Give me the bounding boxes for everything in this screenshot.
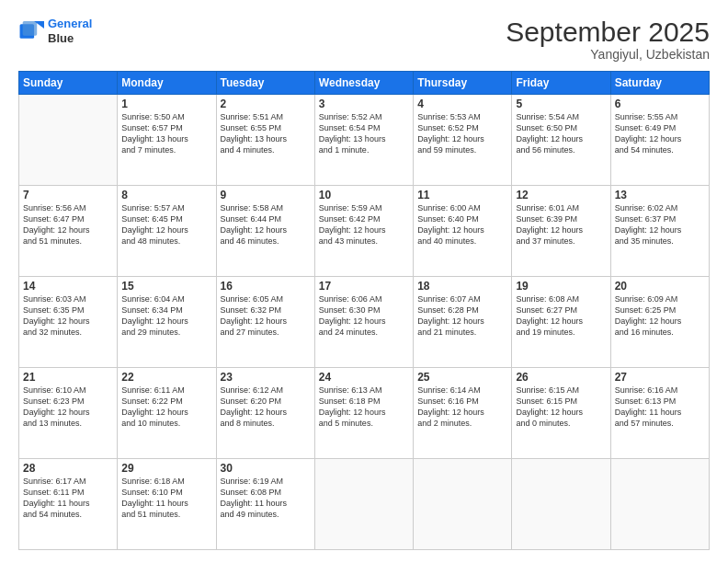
day-number: 4: [417, 98, 507, 110]
calendar-cell: 26Sunrise: 6:15 AM Sunset: 6:15 PM Dayli…: [512, 368, 610, 459]
calendar-cell: 12Sunrise: 6:01 AM Sunset: 6:39 PM Dayli…: [512, 186, 610, 277]
header-wednesday: Wednesday: [314, 72, 413, 95]
day-info: Sunrise: 6:08 AM Sunset: 6:27 PM Dayligh…: [516, 293, 606, 339]
calendar-cell: 29Sunrise: 6:18 AM Sunset: 6:10 PM Dayli…: [118, 459, 216, 550]
day-number: 27: [615, 371, 705, 384]
day-info: Sunrise: 5:58 AM Sunset: 6:44 PM Dayligh…: [221, 202, 311, 247]
day-number: 15: [121, 280, 211, 293]
day-info: Sunrise: 5:57 AM Sunset: 6:45 PM Dayligh…: [121, 202, 211, 247]
calendar-week-row: 21Sunrise: 6:10 AM Sunset: 6:23 PM Dayli…: [19, 368, 710, 459]
logo-icon: [18, 18, 44, 44]
day-info: Sunrise: 6:13 AM Sunset: 6:18 PM Dayligh…: [319, 385, 409, 430]
day-info: Sunrise: 5:50 AM Sunset: 6:57 PM Dayligh…: [121, 111, 211, 156]
day-info: Sunrise: 5:54 AM Sunset: 6:50 PM Dayligh…: [516, 111, 606, 156]
calendar-cell: 13Sunrise: 6:02 AM Sunset: 6:37 PM Dayli…: [610, 186, 709, 277]
calendar-cell: 25Sunrise: 6:14 AM Sunset: 6:16 PM Dayli…: [414, 368, 512, 459]
calendar-cell: 24Sunrise: 6:13 AM Sunset: 6:18 PM Dayli…: [314, 368, 413, 459]
day-info: Sunrise: 6:04 AM Sunset: 6:34 PM Dayligh…: [121, 293, 211, 339]
day-info: Sunrise: 6:07 AM Sunset: 6:28 PM Dayligh…: [417, 293, 507, 339]
day-info: Sunrise: 6:10 AM Sunset: 6:23 PM Dayligh…: [23, 385, 113, 430]
day-number: 28: [23, 462, 113, 475]
day-number: 9: [221, 189, 311, 201]
day-number: 16: [221, 280, 311, 293]
calendar-cell: [610, 459, 709, 550]
day-number: 3: [319, 98, 409, 110]
calendar-cell: 4Sunrise: 5:53 AM Sunset: 6:52 PM Daylig…: [414, 95, 512, 186]
calendar-cell: 9Sunrise: 5:58 AM Sunset: 6:44 PM Daylig…: [216, 186, 314, 277]
day-info: Sunrise: 5:53 AM Sunset: 6:52 PM Dayligh…: [417, 111, 507, 156]
day-info: Sunrise: 6:06 AM Sunset: 6:30 PM Dayligh…: [319, 293, 409, 339]
calendar-cell: 30Sunrise: 6:19 AM Sunset: 6:08 PM Dayli…: [216, 459, 314, 550]
calendar-cell: 3Sunrise: 5:52 AM Sunset: 6:54 PM Daylig…: [314, 95, 413, 186]
day-number: 6: [615, 98, 705, 110]
calendar-cell: 21Sunrise: 6:10 AM Sunset: 6:23 PM Dayli…: [19, 368, 118, 459]
calendar-cell: 22Sunrise: 6:11 AM Sunset: 6:22 PM Dayli…: [118, 368, 216, 459]
day-number: 18: [417, 280, 507, 293]
day-number: 21: [23, 371, 113, 384]
calendar-cell: 1Sunrise: 5:50 AM Sunset: 6:57 PM Daylig…: [118, 95, 216, 186]
header-saturday: Saturday: [610, 72, 709, 95]
day-info: Sunrise: 6:01 AM Sunset: 6:39 PM Dayligh…: [516, 202, 606, 247]
calendar-cell: 10Sunrise: 5:59 AM Sunset: 6:42 PM Dayli…: [314, 186, 413, 277]
calendar-cell: [512, 459, 610, 550]
calendar-cell: 7Sunrise: 5:56 AM Sunset: 6:47 PM Daylig…: [19, 186, 118, 277]
day-info: Sunrise: 6:12 AM Sunset: 6:20 PM Dayligh…: [221, 385, 311, 430]
day-info: Sunrise: 6:02 AM Sunset: 6:37 PM Dayligh…: [615, 202, 705, 247]
day-number: 7: [23, 189, 113, 201]
day-number: 14: [23, 280, 113, 293]
calendar-cell: 14Sunrise: 6:03 AM Sunset: 6:35 PM Dayli…: [19, 277, 118, 368]
calendar-cell: 19Sunrise: 6:08 AM Sunset: 6:27 PM Dayli…: [512, 277, 610, 368]
calendar-cell: [314, 459, 413, 550]
day-info: Sunrise: 6:17 AM Sunset: 6:11 PM Dayligh…: [23, 476, 113, 521]
day-number: 13: [615, 189, 705, 201]
calendar-cell: 2Sunrise: 5:51 AM Sunset: 6:55 PM Daylig…: [216, 95, 314, 186]
day-info: Sunrise: 6:19 AM Sunset: 6:08 PM Dayligh…: [221, 476, 311, 521]
location-subtitle: Yangiyul, Uzbekistan: [506, 47, 710, 62]
day-number: 10: [319, 189, 409, 201]
day-number: 19: [516, 280, 606, 293]
day-info: Sunrise: 5:55 AM Sunset: 6:49 PM Dayligh…: [615, 111, 705, 156]
day-info: Sunrise: 6:15 AM Sunset: 6:15 PM Dayligh…: [516, 385, 606, 430]
svg-rect-1: [23, 21, 38, 36]
header-sunday: Sunday: [19, 72, 118, 95]
day-number: 26: [516, 371, 606, 384]
day-info: Sunrise: 6:00 AM Sunset: 6:40 PM Dayligh…: [417, 202, 507, 247]
calendar-cell: [19, 95, 118, 186]
calendar-cell: 16Sunrise: 6:05 AM Sunset: 6:32 PM Dayli…: [216, 277, 314, 368]
calendar-cell: 8Sunrise: 5:57 AM Sunset: 6:45 PM Daylig…: [118, 186, 216, 277]
title-block: September 2025 Yangiyul, Uzbekistan: [506, 17, 710, 62]
day-info: Sunrise: 6:11 AM Sunset: 6:22 PM Dayligh…: [121, 385, 211, 430]
day-number: 17: [319, 280, 409, 293]
calendar-cell: 27Sunrise: 6:16 AM Sunset: 6:13 PM Dayli…: [610, 368, 709, 459]
day-info: Sunrise: 6:14 AM Sunset: 6:16 PM Dayligh…: [417, 385, 507, 430]
day-number: 30: [221, 462, 311, 475]
day-number: 22: [121, 371, 211, 384]
day-info: Sunrise: 6:09 AM Sunset: 6:25 PM Dayligh…: [615, 293, 705, 339]
calendar-cell: 11Sunrise: 6:00 AM Sunset: 6:40 PM Dayli…: [414, 186, 512, 277]
day-info: Sunrise: 5:59 AM Sunset: 6:42 PM Dayligh…: [319, 202, 409, 247]
day-info: Sunrise: 6:05 AM Sunset: 6:32 PM Dayligh…: [221, 293, 311, 339]
calendar-cell: 20Sunrise: 6:09 AM Sunset: 6:25 PM Dayli…: [610, 277, 709, 368]
day-number: 2: [221, 98, 311, 110]
day-number: 12: [516, 189, 606, 201]
day-info: Sunrise: 6:18 AM Sunset: 6:10 PM Dayligh…: [121, 476, 211, 521]
calendar-cell: 6Sunrise: 5:55 AM Sunset: 6:49 PM Daylig…: [610, 95, 709, 186]
day-number: 20: [615, 280, 705, 293]
day-number: 11: [417, 189, 507, 201]
day-info: Sunrise: 5:51 AM Sunset: 6:55 PM Dayligh…: [221, 111, 311, 156]
calendar-week-row: 7Sunrise: 5:56 AM Sunset: 6:47 PM Daylig…: [19, 186, 710, 277]
header-friday: Friday: [512, 72, 610, 95]
calendar-table: Sunday Monday Tuesday Wednesday Thursday…: [18, 71, 710, 550]
calendar-cell: 15Sunrise: 6:04 AM Sunset: 6:34 PM Dayli…: [118, 277, 216, 368]
calendar-cell: 28Sunrise: 6:17 AM Sunset: 6:11 PM Dayli…: [19, 459, 118, 550]
calendar-week-row: 28Sunrise: 6:17 AM Sunset: 6:11 PM Dayli…: [19, 459, 710, 550]
day-number: 23: [221, 371, 311, 384]
weekday-header-row: Sunday Monday Tuesday Wednesday Thursday…: [19, 72, 710, 95]
header-tuesday: Tuesday: [216, 72, 314, 95]
header-thursday: Thursday: [414, 72, 512, 95]
day-info: Sunrise: 6:03 AM Sunset: 6:35 PM Dayligh…: [23, 293, 113, 339]
day-number: 25: [417, 371, 507, 384]
day-info: Sunrise: 5:56 AM Sunset: 6:47 PM Dayligh…: [23, 202, 113, 247]
calendar-cell: 5Sunrise: 5:54 AM Sunset: 6:50 PM Daylig…: [512, 95, 610, 186]
logo: General Blue: [18, 17, 92, 45]
